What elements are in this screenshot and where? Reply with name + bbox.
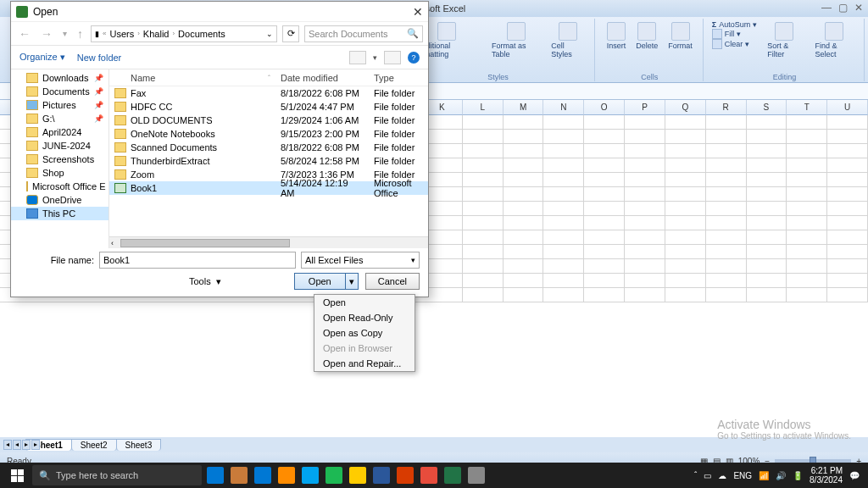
cell[interactable]: [504, 187, 544, 202]
sidebar-item[interactable]: April2024: [11, 125, 108, 139]
cell[interactable]: [665, 173, 706, 187]
taskbar-app[interactable]: [346, 464, 370, 486]
cell[interactable]: [584, 216, 625, 230]
cell[interactable]: [827, 230, 868, 245]
cell[interactable]: [625, 230, 665, 245]
cell[interactable]: [584, 115, 625, 130]
cell[interactable]: [463, 173, 504, 187]
autosum-button[interactable]: ΣAutoSum ▾: [712, 20, 757, 29]
cell[interactable]: [706, 216, 747, 230]
insert-button[interactable]: Insert: [604, 20, 630, 52]
cell[interactable]: [665, 274, 706, 288]
cell[interactable]: [625, 259, 665, 274]
breadcrumb[interactable]: ▮« Users› Khalid› Documents ⌄: [91, 25, 277, 42]
sort-filter-button[interactable]: Sort & Filter: [764, 20, 804, 60]
cell[interactable]: [747, 158, 787, 173]
column-header[interactable]: O: [584, 100, 625, 115]
cell[interactable]: [747, 230, 787, 245]
cell[interactable]: [747, 115, 787, 130]
cell[interactable]: [827, 130, 868, 144]
cell[interactable]: [747, 202, 787, 216]
taskbar-clock[interactable]: 6:21 PM 8/3/2024: [810, 466, 843, 485]
cell[interactable]: [787, 130, 827, 144]
cell[interactable]: [463, 230, 504, 245]
file-row[interactable]: Book15/14/2024 12:19 AMMicrosoft Office: [109, 181, 428, 195]
cell[interactable]: [665, 230, 706, 245]
cell[interactable]: [747, 216, 787, 230]
view-mode-button[interactable]: [349, 51, 366, 64]
cell[interactable]: [827, 259, 868, 274]
sidebar-item[interactable]: This PC: [11, 207, 108, 220]
sidebar-item[interactable]: Shop: [11, 166, 108, 180]
cell[interactable]: [625, 130, 665, 144]
cell[interactable]: [827, 158, 868, 173]
format-button[interactable]: Format: [665, 20, 696, 52]
col-name[interactable]: Nameˆ: [109, 73, 275, 83]
cell[interactable]: [463, 144, 504, 158]
cell[interactable]: [543, 274, 584, 288]
cell[interactable]: [827, 274, 868, 288]
organize-button[interactable]: Organize ▾: [19, 52, 65, 63]
cell[interactable]: [625, 158, 665, 173]
cell[interactable]: [543, 173, 584, 187]
cell[interactable]: [787, 173, 827, 187]
cell[interactable]: [463, 115, 504, 130]
cell[interactable]: [584, 144, 625, 158]
sidebar-item[interactable]: Screenshots: [11, 152, 108, 166]
cell-styles-button[interactable]: Cell Styles: [548, 20, 587, 60]
taskbar-search[interactable]: 🔍Type here to search: [32, 465, 202, 485]
cell[interactable]: [706, 187, 747, 202]
close-icon[interactable]: ✕: [854, 2, 863, 14]
cell[interactable]: [463, 130, 504, 144]
cell[interactable]: [463, 216, 504, 230]
cell[interactable]: [584, 274, 625, 288]
cell[interactable]: [827, 216, 868, 230]
taskbar-app[interactable]: [441, 464, 465, 486]
open-dropdown-button[interactable]: ▾: [346, 273, 359, 290]
column-header[interactable]: M: [504, 100, 544, 115]
cell[interactable]: [504, 288, 544, 302]
cell[interactable]: [706, 144, 747, 158]
taskbar-app[interactable]: [465, 464, 488, 486]
new-folder-button[interactable]: New folder: [77, 53, 122, 63]
maximize-icon[interactable]: ▢: [838, 2, 848, 14]
cell[interactable]: [584, 259, 625, 274]
col-date[interactable]: Date modified: [275, 73, 369, 83]
taskbar-app[interactable]: [251, 464, 275, 486]
sidebar-item[interactable]: OneDrive: [11, 193, 108, 207]
cell[interactable]: [827, 115, 868, 130]
cell[interactable]: [625, 202, 665, 216]
cell[interactable]: [625, 245, 665, 259]
preview-pane-button[interactable]: [384, 51, 401, 64]
taskbar-app[interactable]: [203, 464, 227, 486]
refresh-button[interactable]: ⟳: [282, 25, 299, 42]
cell[interactable]: [584, 158, 625, 173]
column-header[interactable]: N: [543, 100, 584, 115]
cell[interactable]: [504, 130, 544, 144]
cell[interactable]: [463, 274, 504, 288]
cell[interactable]: [543, 144, 584, 158]
cell[interactable]: [747, 187, 787, 202]
file-row[interactable]: OneNote Notebooks9/15/2023 2:00 PMFile f…: [109, 127, 428, 141]
cell[interactable]: [543, 230, 584, 245]
cell[interactable]: [625, 173, 665, 187]
cell[interactable]: [665, 144, 706, 158]
cell[interactable]: [787, 288, 827, 302]
cell[interactable]: [665, 202, 706, 216]
nav-up-button[interactable]: ↑: [75, 27, 86, 41]
cell[interactable]: [584, 202, 625, 216]
cell[interactable]: [504, 245, 544, 259]
cell[interactable]: [706, 202, 747, 216]
tray-onedrive-icon[interactable]: ☁: [718, 471, 726, 480]
cell[interactable]: [665, 216, 706, 230]
system-tray[interactable]: ˆ ▭ ☁ ENG 📶 🔊 🔋 6:21 PM 8/3/2024 💬: [694, 466, 865, 485]
cell[interactable]: [504, 158, 544, 173]
menu-item[interactable]: Open and Repair...: [314, 356, 415, 371]
cell[interactable]: [504, 202, 544, 216]
cell[interactable]: [747, 173, 787, 187]
cell[interactable]: [463, 158, 504, 173]
cell[interactable]: [463, 202, 504, 216]
nav-recent-button[interactable]: ▾: [60, 29, 70, 38]
column-header[interactable]: Q: [665, 100, 706, 115]
file-row[interactable]: OLD DOCUMENTS1/29/2024 1:06 AMFile folde…: [109, 114, 428, 127]
